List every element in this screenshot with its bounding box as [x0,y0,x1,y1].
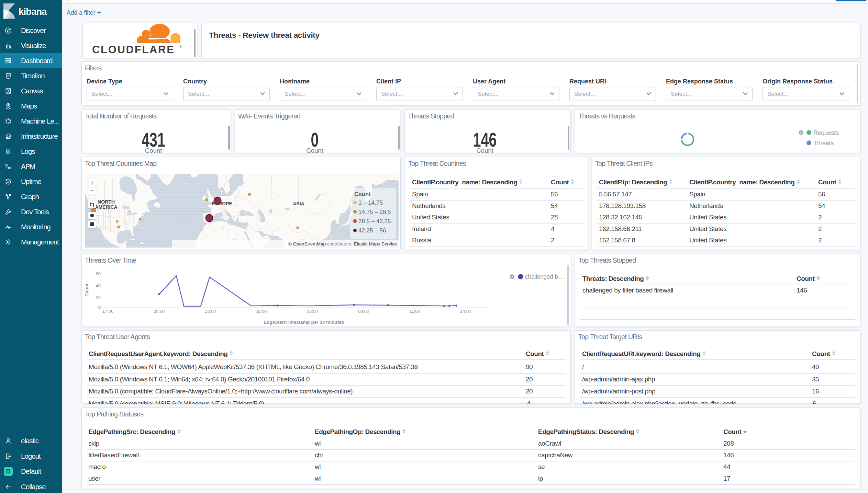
svg-text:60: 60 [96,271,101,276]
svg-text:0: 0 [98,305,101,310]
svg-text:17:00: 17:00 [102,309,114,314]
svg-text:05:00: 05:00 [307,309,318,314]
svg-text:NORTH: NORTH [98,199,115,205]
svg-text:28.5 – 42.25: 28.5 – 42.25 [358,218,391,225]
svg-text:20:00: 20:00 [154,309,165,314]
svg-text:challenged b…: challenged b… [525,273,564,280]
svg-text:14:00: 14:00 [460,309,471,314]
svg-text:EdgeStartTimestamp per 30 minu: EdgeStartTimestamp per 30 minutes [264,320,344,325]
svg-text:© OpenStreetMap contributors,: © OpenStreetMap contributors, Elastic Ma… [288,241,397,246]
svg-text:®: ® [180,45,182,48]
svg-text:11:00: 11:00 [409,309,420,314]
svg-text:14.75 – 28.5: 14.75 – 28.5 [358,209,391,215]
svg-text:1 – 14.75: 1 – 14.75 [358,199,383,206]
svg-text:40: 40 [96,283,101,288]
svg-text:AMERICA: AMERICA [95,204,117,210]
svg-text:23:00: 23:00 [205,309,216,314]
svg-text:42.25 – 56: 42.25 – 56 [358,227,386,234]
svg-text:ASIA: ASIA [293,201,304,206]
svg-text:EUROPE: EUROPE [212,201,232,206]
svg-text:CLOUDFLARE: CLOUDFLARE [92,44,175,56]
svg-text:Count: Count [85,284,89,297]
svg-text:08:00: 08:00 [358,309,369,314]
svg-text:Count: Count [354,191,371,197]
svg-text:02:00: 02:00 [256,309,267,314]
svg-text:20: 20 [96,295,101,300]
